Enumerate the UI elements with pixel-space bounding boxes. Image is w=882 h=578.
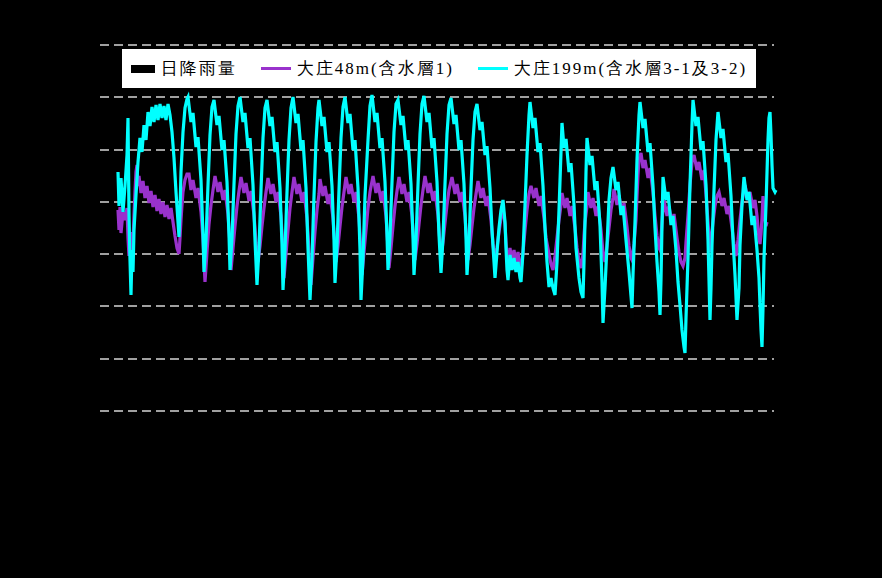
legend: 日降雨量 大庄48m(含水層1) 大庄199m(含水層3-1及3-2) bbox=[121, 48, 757, 89]
data-series-group bbox=[118, 95, 776, 353]
legend-label-rainfall: 日降雨量 bbox=[161, 60, 237, 77]
groundwater-chart-canvas: 日降雨量 大庄48m(含水層1) 大庄199m(含水層3-1及3-2) bbox=[0, 0, 882, 578]
legend-label-dazhuang-199m: 大庄199m(含水層3-1及3-2) bbox=[514, 60, 747, 77]
legend-entry-rainfall: 日降雨量 bbox=[131, 60, 237, 77]
legend-entry-dazhuang-48m: 大庄48m(含水層1) bbox=[261, 60, 454, 77]
dazhuang-48m-line-swatch bbox=[261, 67, 291, 70]
legend-entry-dazhuang-199m: 大庄199m(含水層3-1及3-2) bbox=[478, 60, 747, 77]
legend-label-dazhuang-48m: 大庄48m(含水層1) bbox=[297, 60, 454, 77]
rainfall-bar-swatch bbox=[131, 65, 155, 73]
series-line-大庄199m(含水層3-1及3-2) bbox=[118, 95, 776, 353]
dazhuang-199m-line-swatch bbox=[478, 67, 508, 70]
